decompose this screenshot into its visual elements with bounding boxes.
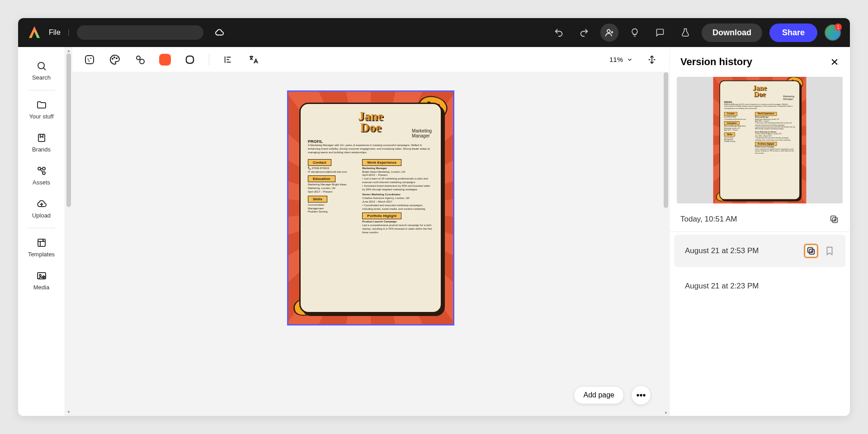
version-label: August 21 at 2:23 PM [685,282,759,291]
zoom-dropdown[interactable]: 11% [609,56,633,63]
canvas-toolbar: 11% [72,47,669,72]
sidebar-label: Templates [28,251,55,258]
skills-heading: Skills [308,196,327,203]
profil-text: A Marketing Manager with 10+ years of ex… [308,144,434,154]
svg-point-0 [607,29,610,33]
canvas-document[interactable]: Jane Doe Marketing Manager PROFIL A Mark… [287,90,454,326]
color-palette-icon[interactable] [108,53,121,66]
app-logo [27,25,42,40]
resume-role: Marketing Manager [412,128,432,138]
sidebar-label: Brands [32,146,51,153]
current-version-row[interactable]: Today, 10:51 AM [670,207,850,232]
download-button[interactable]: Download [702,24,762,42]
beta-features-button[interactable] [676,24,694,42]
education-heading: Education [308,175,335,182]
version-history-panel: Version history Jane Doe Marketing Mana [669,47,850,416]
comments-button[interactable] [651,24,669,42]
align-icon[interactable] [222,53,235,66]
more-options-button[interactable]: ••• [631,385,651,405]
svg-rect-6 [38,239,45,246]
svg-point-11 [112,58,113,59]
fit-to-screen-icon[interactable] [646,53,658,66]
add-page-button[interactable]: Add page [574,386,624,404]
effects-icon[interactable] [134,53,146,66]
sidebar-item-upload[interactable]: Upload [18,192,65,225]
sidebar-label: Your stuff [29,113,53,120]
sidebar-item-assets[interactable]: Assets [18,159,65,192]
version-item[interactable]: August 21 at 2:23 PM [674,273,845,300]
sidebar-item-search[interactable]: Search [18,54,65,87]
sidebar-label: Upload [32,212,51,219]
bookmark-icon[interactable] [825,246,835,256]
sidebar-item-brands[interactable]: Brands [18,126,65,159]
canvas-scrollbar-vertical[interactable]: ▲ ▼ [663,72,669,416]
user-avatar[interactable]: 1 [825,24,841,41]
duplicate-icon[interactable] [806,246,816,256]
top-bar: File | Download Share 1 [18,18,850,47]
duplicate-version-highlight [804,244,818,258]
version-label: August 21 at 2:53 PM [685,246,759,255]
generate-ai-icon[interactable] [83,53,96,66]
tips-button[interactable] [626,24,644,42]
current-version-label: Today, 10:51 AM [680,215,737,224]
translate-icon[interactable] [247,53,260,66]
version-item[interactable]: August 21 at 2:53 PM [674,235,845,267]
contact-heading: Contact [308,159,331,166]
file-menu[interactable]: File [49,28,61,37]
sidebar-item-templates[interactable]: Templates [18,231,65,264]
profil-heading: PROFIL [308,139,434,144]
svg-rect-2 [38,134,45,142]
duplicate-icon[interactable] [829,214,839,224]
left-sidebar: Search Your stuff Brands Assets Upload [18,47,65,416]
fill-color-swatch[interactable] [159,54,171,66]
close-panel-button[interactable] [830,57,839,66]
portfolio-heading: Portfolio Higlight [362,212,401,219]
version-history-title: Version history [680,56,752,68]
add-collaborator-button[interactable] [600,24,618,42]
sidebar-label: Media [33,284,49,291]
canvas-stage[interactable]: Jane Doe Marketing Manager PROFIL A Mark… [72,72,669,416]
svg-point-13 [116,58,117,59]
sidebar-item-media[interactable]: Media [18,264,65,297]
zoom-value: 11% [609,56,623,63]
svg-rect-10 [85,56,94,64]
redo-button[interactable] [575,24,593,42]
svg-point-8 [39,274,41,276]
shape-outline-icon[interactable] [184,53,196,66]
svg-point-12 [114,57,115,58]
share-button[interactable]: Share [769,24,817,42]
cloud-sync-icon[interactable] [214,28,224,38]
sidebar-item-your-stuff[interactable]: Your stuff [18,93,65,126]
svg-rect-16 [186,56,193,63]
document-title-input[interactable] [77,25,203,40]
work-heading: Work Experience [362,159,401,166]
sidebar-scrollbar[interactable]: ▲ ▼ [65,47,72,416]
version-thumbnail: Jane Doe Marketing Manager PROFIL A Mark… [677,77,843,203]
svg-point-1 [38,62,44,69]
svg-point-14 [137,56,140,60]
sidebar-label: Search [32,74,51,81]
notification-badge: 1 [835,24,842,31]
sidebar-label: Assets [33,179,50,186]
undo-button[interactable] [550,24,568,42]
svg-point-5 [42,167,45,170]
